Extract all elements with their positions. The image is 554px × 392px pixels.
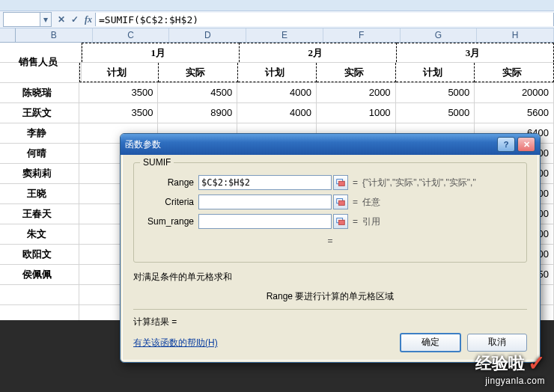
header-m1: 1月 <box>82 43 240 62</box>
desc-line1: 对满足条件的单元格求和 <box>133 270 527 284</box>
ref-select-icon[interactable] <box>333 214 348 229</box>
name-cell[interactable]: 王春天 <box>0 204 79 224</box>
result-eq-mid: = <box>327 236 332 246</box>
col-header-E[interactable]: E <box>246 28 323 42</box>
dialog-close-button[interactable]: ✕ <box>517 137 535 152</box>
dialog-titlebar[interactable]: 函数参数 ? ✕ <box>121 134 540 155</box>
hdr-plan-3: 计划 <box>396 63 475 82</box>
header-m2: 2月 <box>240 43 397 62</box>
value-cell[interactable]: 4000 <box>237 83 317 102</box>
check-icon: ✓ <box>528 351 545 376</box>
name-cell[interactable]: 李静 <box>0 123 79 143</box>
cancel-formula-icon[interactable]: ✕ <box>55 13 68 26</box>
header-empty <box>0 63 79 82</box>
result-label: 计算结果 = <box>133 316 177 327</box>
name-cell[interactable]: 窦莉莉 <box>0 164 79 183</box>
equals: = <box>353 197 358 207</box>
param-row: Criteria=任意 <box>141 193 519 211</box>
value-cell[interactable]: 3500 <box>79 83 159 102</box>
table-row: 王跃文350089004000100050005600 <box>0 103 554 123</box>
name-box-dropdown[interactable]: ▾ <box>40 12 52 27</box>
equals: = <box>353 216 358 227</box>
value-cell[interactable]: 4500 <box>158 83 237 102</box>
function-name: SUMIF <box>140 157 174 168</box>
column-headers: B C D E F G H <box>0 28 554 43</box>
cancel-button[interactable]: 取消 <box>467 334 527 352</box>
ref-select-icon[interactable] <box>333 175 348 190</box>
value-cell[interactable]: 4000 <box>237 103 317 123</box>
formula-input[interactable]: =SUMIF($C$2:$H$2) <box>95 13 554 26</box>
header-row-2: 计划 实际 计划 实际 计划 实际 <box>0 63 554 83</box>
value-cell[interactable]: 20000 <box>475 83 554 102</box>
param-group: SUMIF Range$C$2:$H$2={"计划","实际","计划","实际… <box>133 162 527 263</box>
help-link[interactable]: 有关该函数的帮助(H) <box>133 337 218 349</box>
formula-bar: ▾ ✕ ✓ fx =SUMIF($C$2:$H$2) <box>0 11 554 28</box>
name-cell[interactable]: 欧阳文 <box>0 245 79 264</box>
result-row: 计算结果 = <box>133 309 527 328</box>
col-header-G[interactable]: G <box>401 28 478 42</box>
name-box[interactable] <box>3 12 40 27</box>
value-cell[interactable]: 5600 <box>475 103 554 123</box>
dialog-title: 函数参数 <box>125 138 161 151</box>
hdr-actual-3: 实际 <box>475 63 554 82</box>
param-preview: {"计划","实际","计划","实际"," <box>362 177 476 189</box>
fx-icon[interactable]: fx <box>82 13 95 26</box>
dialog-help-button[interactable]: ? <box>497 137 515 152</box>
header-row-1: 销售人员 1月 2月 3月 <box>0 43 554 63</box>
param-input-range[interactable]: $C$2:$H$2 <box>198 175 332 190</box>
name-cell[interactable]: 王晓 <box>0 184 79 203</box>
desc-line2: Range 要进行计算的单元格区域 <box>133 290 527 303</box>
svg-rect-5 <box>338 220 344 224</box>
name-cell[interactable]: 王跃文 <box>0 103 79 123</box>
hdr-actual-1: 实际 <box>159 63 238 82</box>
value-cell[interactable]: 5000 <box>396 103 475 123</box>
hdr-plan-2: 计划 <box>238 63 317 82</box>
svg-rect-1 <box>338 181 344 186</box>
col-header-C[interactable]: C <box>93 28 170 42</box>
hdr-plan-1: 计划 <box>79 63 159 82</box>
select-all-corner[interactable] <box>0 28 16 42</box>
param-label: Range <box>141 177 198 188</box>
ribbon-strip <box>0 0 554 11</box>
ref-select-icon[interactable] <box>333 195 348 209</box>
function-args-dialog: 函数参数 ? ✕ SUMIF Range$C$2:$H$2={"计划","实际"… <box>120 133 541 363</box>
value-cell[interactable]: 8900 <box>158 103 237 123</box>
col-header-B[interactable]: B <box>16 28 93 42</box>
col-header-H[interactable]: H <box>477 28 554 42</box>
param-input-criteria[interactable] <box>198 195 332 209</box>
equals: = <box>353 177 358 188</box>
name-cell[interactable]: 何晴 <box>0 144 79 163</box>
param-preview: 引用 <box>362 215 380 228</box>
value-cell[interactable]: 2000 <box>317 83 396 102</box>
param-label: Sum_range <box>141 216 198 227</box>
watermark: 经验啦✓ jingyanla.com <box>475 351 545 386</box>
value-cell[interactable]: 3500 <box>79 103 159 123</box>
name-cell[interactable]: 朱文 <box>0 224 79 244</box>
watermark-text: 经验啦 <box>475 352 525 375</box>
name-cell[interactable]: 陈晓瑞 <box>0 83 79 102</box>
header-m3: 3月 <box>397 43 554 62</box>
value-cell[interactable]: 5000 <box>396 83 475 102</box>
description: 对满足条件的单元格求和 Range 要进行计算的单元格区域 <box>133 270 527 303</box>
hdr-actual-2: 实际 <box>317 63 396 82</box>
param-row: Sum_range=引用 <box>141 212 519 230</box>
table-row: 陈晓瑞3500450040002000500020000 <box>0 83 554 103</box>
col-header-D[interactable]: D <box>169 28 246 42</box>
accept-formula-icon[interactable]: ✓ <box>68 13 82 26</box>
svg-rect-3 <box>338 200 344 205</box>
param-label: Criteria <box>141 197 198 207</box>
param-input-sum_range[interactable] <box>198 214 332 229</box>
param-preview: 任意 <box>362 196 380 209</box>
param-row: Range$C$2:$H$2={"计划","实际","计划","实际"," <box>141 174 519 192</box>
empty-cell[interactable] <box>0 285 79 304</box>
value-cell[interactable]: 1000 <box>317 103 396 123</box>
col-header-F[interactable]: F <box>323 28 401 42</box>
watermark-url: jingyanla.com <box>475 376 545 386</box>
name-cell[interactable]: 侯佩佩 <box>0 265 79 284</box>
ok-button[interactable]: 确定 <box>400 333 461 352</box>
